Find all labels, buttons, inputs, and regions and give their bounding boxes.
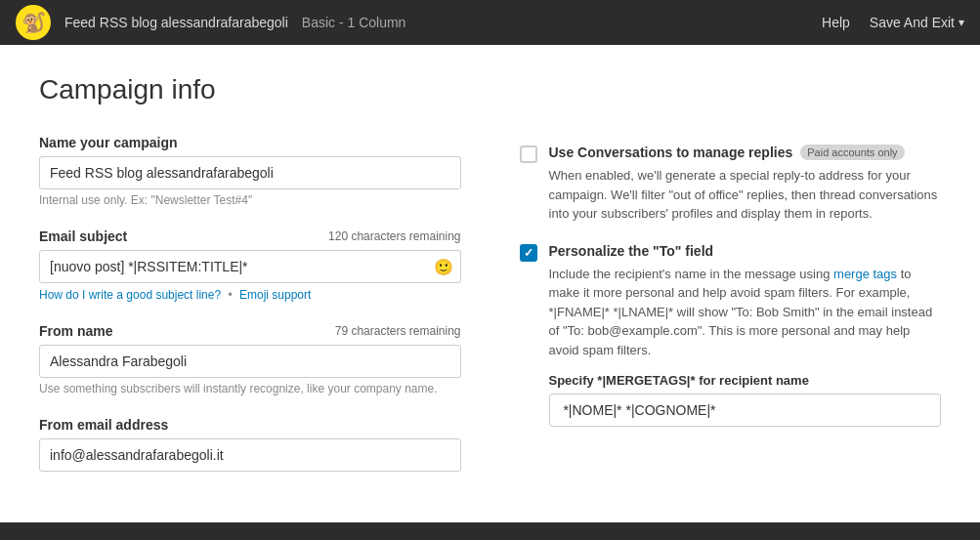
campaign-name-label-row: Name your campaign: [39, 135, 461, 150]
campaign-name-input[interactable]: [39, 156, 461, 189]
from-email-label-row: From email address: [39, 417, 461, 433]
emoji-button[interactable]: 🙂: [434, 258, 453, 276]
conversations-content: Use Conversations to manage replies Paid…: [549, 145, 942, 224]
personalize-to-title: Personalize the "To" field: [549, 243, 714, 259]
chevron-down-icon: ▾: [959, 16, 964, 29]
personalize-to-content: Personalize the "To" field Include the r…: [549, 243, 942, 428]
personalize-to-description: Include the recipient's name in the mess…: [549, 265, 942, 360]
emoji-support-link[interactable]: Emoji support: [239, 288, 311, 302]
from-name-hint: Use something subscribers will instantly…: [39, 382, 461, 395]
from-email-label: From email address: [39, 417, 168, 433]
nav-left: 🐒 Feed RSS blog alessandrafarabegoli Bas…: [16, 5, 405, 40]
form-layout: Name your campaign Internal use only. Ex…: [39, 135, 941, 493]
good-subject-line-link[interactable]: How do I write a good subject line?: [39, 288, 221, 302]
campaign-name-nav: Feed RSS blog alessandrafarabegoli: [64, 15, 288, 30]
conversations-title: Use Conversations to manage replies: [549, 145, 793, 160]
paid-accounts-badge: Paid accounts only: [800, 145, 904, 160]
nav-right: Help Save And Exit ▾: [822, 15, 964, 30]
save-exit-button[interactable]: Save And Exit ▾: [870, 15, 964, 30]
desc-before: Include the recipient's name in the mess…: [549, 267, 834, 281]
personalize-to-checkbox[interactable]: [520, 244, 537, 262]
specify-merge-tags-label: Specify *|MERGETAGS|* for recipient name: [549, 373, 942, 388]
conversations-description: When enabled, we'll generate a special r…: [549, 166, 942, 224]
right-column: Use Conversations to manage replies Paid…: [520, 135, 942, 493]
email-subject-group: Email subject 120 characters remaining 🙂…: [39, 228, 461, 302]
main-content: Campaign info Name your campaign Interna…: [0, 45, 980, 522]
from-name-group: From name 79 characters remaining Use so…: [39, 323, 461, 395]
campaign-name-hint: Internal use only. Ex: "Newsletter Test#…: [39, 193, 461, 207]
subject-input-wrapper: 🙂: [39, 250, 461, 283]
conversations-option-row: Use Conversations to manage replies Paid…: [520, 145, 942, 224]
from-name-label-row: From name 79 characters remaining: [39, 323, 461, 339]
email-subject-input[interactable]: [39, 250, 461, 283]
email-subject-label-row: Email subject 120 characters remaining: [39, 228, 461, 244]
help-link[interactable]: Help: [822, 15, 850, 30]
from-email-group: From email address: [39, 417, 461, 472]
email-subject-char-count: 120 characters remaining: [328, 229, 460, 243]
page-title: Campaign info: [39, 74, 941, 105]
campaign-name-group: Name your campaign Internal use only. Ex…: [39, 135, 461, 207]
email-subject-label: Email subject: [39, 228, 127, 244]
left-column: Name your campaign Internal use only. Ex…: [39, 135, 461, 493]
subject-links: How do I write a good subject line? • Em…: [39, 288, 461, 302]
mailchimp-logo: 🐒: [16, 5, 51, 40]
link-separator: •: [228, 288, 232, 302]
bottom-navigation: ‹ Back RSS Feed › Recipients › Setup › T…: [0, 522, 980, 540]
from-name-input[interactable]: [39, 345, 461, 378]
from-name-label: From name: [39, 323, 112, 339]
from-name-char-count: 79 characters remaining: [335, 324, 461, 338]
personalize-to-option-row: Personalize the "To" field Include the r…: [520, 243, 942, 428]
top-navigation: 🐒 Feed RSS blog alessandrafarabegoli Bas…: [0, 0, 980, 45]
merge-tags-input[interactable]: [549, 394, 942, 427]
conversations-checkbox[interactable]: [520, 145, 537, 163]
conversations-title-row: Use Conversations to manage replies Paid…: [549, 145, 942, 160]
campaign-name-label: Name your campaign: [39, 135, 178, 150]
from-email-input[interactable]: [39, 438, 461, 472]
merge-tags-link[interactable]: merge tags: [833, 267, 897, 281]
template-type-nav: Basic - 1 Column: [302, 15, 406, 30]
personalize-to-title-row: Personalize the "To" field: [549, 243, 942, 259]
